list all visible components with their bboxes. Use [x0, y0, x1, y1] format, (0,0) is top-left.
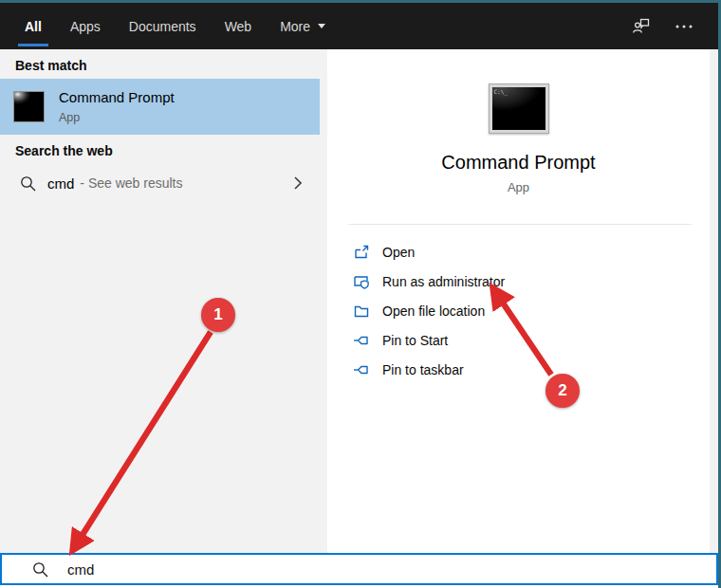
search-icon [32, 561, 48, 578]
action-list: Open Run as administrator [327, 237, 710, 384]
annotation-step-2: 2 [545, 374, 580, 408]
annotation-step-1-number: 1 [213, 305, 222, 324]
action-run-as-administrator[interactable]: Run as administrator [327, 266, 710, 296]
results-panel: Best match Command Prompt App Search the… [0, 49, 320, 553]
action-open-file-location-label: Open file location [382, 303, 485, 319]
tab-more[interactable]: More [278, 3, 327, 49]
pin-icon [353, 361, 370, 378]
web-query-text: cmd [47, 175, 74, 192]
filter-tabs: All Apps Documents Web More [0, 3, 327, 49]
tab-apps[interactable]: Apps [68, 3, 102, 49]
feedback-icon[interactable] [632, 16, 652, 36]
action-open[interactable]: Open [327, 237, 710, 266]
web-query-suffix: - See web results [80, 175, 182, 191]
best-match-header: Best match [15, 58, 86, 73]
annotation-step-1: 1 [201, 298, 235, 332]
annotation-step-2-number: 2 [558, 381, 566, 400]
app-subtitle: App [327, 180, 710, 194]
admin-shield-icon [353, 273, 370, 290]
action-pin-to-start[interactable]: Pin to Start [327, 325, 710, 355]
ellipsis-icon[interactable] [675, 24, 693, 29]
action-pin-to-taskbar[interactable]: Pin to taskbar [327, 355, 710, 384]
windows-search-window: All Apps Documents Web More [0, 0, 721, 588]
result-name: Command Prompt [59, 89, 175, 105]
launch-icon [353, 244, 370, 261]
taskbar-search-box[interactable] [0, 553, 718, 585]
search-results-area: Best match Command Prompt App Search the… [0, 49, 718, 553]
tab-documents-label: Documents [129, 19, 196, 34]
result-type: App [59, 111, 80, 124]
chevron-right-icon[interactable] [293, 175, 303, 191]
pin-icon [353, 332, 370, 349]
app-title: Command Prompt [327, 152, 710, 174]
web-search-result-row[interactable]: cmd - See web results [0, 165, 320, 201]
tab-all[interactable]: All [23, 3, 44, 49]
tab-web[interactable]: Web [223, 3, 254, 49]
preview-panel: C:\_ Command Prompt App Open [327, 49, 710, 553]
divider [348, 224, 692, 225]
best-match-result-command-prompt[interactable]: Command Prompt App [0, 79, 320, 135]
tab-documents[interactable]: Documents [127, 3, 198, 49]
action-run-as-administrator-label: Run as administrator [382, 274, 505, 289]
action-pin-to-taskbar-label: Pin to taskbar [382, 362, 464, 377]
action-pin-to-start-label: Pin to Start [382, 333, 448, 348]
search-input[interactable] [67, 561, 716, 578]
command-prompt-icon: C:\_ [489, 83, 549, 134]
search-filter-bar: All Apps Documents Web More [0, 3, 718, 49]
tab-apps-label: Apps [70, 19, 101, 34]
tab-all-label: All [25, 19, 42, 34]
tab-more-label: More [280, 19, 310, 34]
action-open-label: Open [382, 245, 415, 260]
chevron-down-icon [318, 24, 325, 28]
command-prompt-icon [13, 91, 45, 122]
action-open-file-location[interactable]: Open file location [327, 296, 710, 325]
command-prompt-icon-text: C:\_ [494, 88, 508, 95]
search-web-header: Search the web [15, 143, 113, 158]
search-icon [20, 175, 36, 192]
folder-icon [353, 303, 370, 320]
tab-web-label: Web [225, 19, 252, 34]
